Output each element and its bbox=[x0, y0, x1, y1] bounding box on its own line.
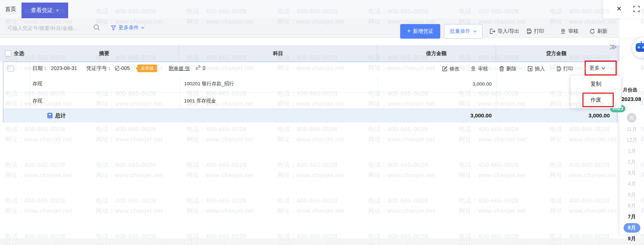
voucher-no-label: 凭证字号： bbox=[86, 65, 112, 72]
tab-view-voucher[interactable]: 查看凭证 × bbox=[22, 3, 68, 18]
watermark-phone: 电话：400-665-0028 bbox=[277, 197, 337, 205]
audit-button[interactable]: 审核 bbox=[560, 28, 578, 35]
month-panel: 月份选 2023.08 11月12月1月2月3月4月5月6月7月8月9月10月 bbox=[620, 39, 644, 234]
line-debit: 3,000.00 bbox=[472, 81, 492, 87]
watermark-phone: 电话：400-665-0028 bbox=[459, 125, 519, 133]
audit-label: 审核 bbox=[568, 28, 578, 35]
calculator-icon bbox=[47, 113, 53, 118]
voucher-actions: 修改审核删除插入打印 bbox=[442, 62, 573, 75]
month-item-1月[interactable]: 1月 bbox=[620, 146, 644, 157]
watermark-site: 网址：www.chanjet.net bbox=[277, 135, 344, 144]
watermark-phone: 电话：400-665-0028 bbox=[187, 125, 246, 133]
watermark-site: 网址：www.chanjet.net bbox=[277, 171, 344, 179]
month-item-12月[interactable]: 12月 bbox=[620, 135, 644, 146]
col-header-debit: 借方金额 bbox=[426, 50, 446, 57]
robot-head-icon bbox=[636, 43, 644, 52]
current-period: 2023.08 bbox=[621, 96, 641, 102]
line-summary: 存现 bbox=[32, 81, 42, 87]
watermark-phone: 电话：400-665-0028 bbox=[368, 125, 428, 133]
total-label: 总计 bbox=[55, 112, 66, 119]
tab-home[interactable]: 首页 bbox=[5, 6, 16, 13]
more-conditions-dropdown[interactable]: 更多条件 bbox=[111, 24, 145, 31]
voucher-line-row[interactable]: 存现100201 银行存款_招行3,000.00 bbox=[3, 75, 617, 92]
voucher-no-value: 记-005 bbox=[114, 65, 130, 72]
month-panel-title: 月份选 bbox=[623, 87, 637, 93]
more-dropdown-button[interactable]: 更多 bbox=[589, 65, 605, 71]
bottom-strip bbox=[0, 238, 644, 245]
voucher-line-row[interactable]: 存现1001 库存现金3,000.00 bbox=[3, 92, 617, 109]
col-header-summary: 摘要 bbox=[99, 50, 109, 57]
collapse-panel-icon[interactable]: ≫ bbox=[609, 42, 617, 51]
select-all-label: 全选 bbox=[14, 50, 24, 57]
month-item-7月[interactable]: 7月 bbox=[620, 211, 644, 222]
line-account: 1001 库存现金 bbox=[184, 98, 216, 104]
watermark-phone: 电话：400-665-0028 bbox=[550, 125, 609, 133]
more-label: 更多 bbox=[589, 65, 600, 71]
audit-stamp-icon bbox=[560, 28, 566, 34]
attachment-link[interactable]: 附单据 张 bbox=[169, 65, 190, 72]
watermark-phone: 电话：400-665-0028 bbox=[550, 197, 609, 205]
month-item-4月[interactable]: 4月 bbox=[620, 179, 644, 190]
line-summary: 存现 bbox=[32, 98, 42, 104]
window-controls: ✕ bbox=[603, 0, 644, 18]
删除-action-button[interactable]: 删除 bbox=[499, 66, 516, 72]
plus-icon: + bbox=[407, 27, 411, 35]
new-voucher-button[interactable]: + 新增凭证 bbox=[400, 24, 440, 39]
watermark-phone: 电话：400-665-0028 bbox=[550, 161, 609, 169]
total-row: 总计 3,000.00 3,000.00 bbox=[3, 109, 617, 122]
watermark-phone: 电话：400-665-0028 bbox=[277, 125, 337, 133]
month-item-3月[interactable]: 3月 bbox=[620, 168, 644, 179]
watermark-site: 网址：www.chanjet.net bbox=[459, 135, 526, 144]
batch-label: 批量操作 bbox=[450, 28, 471, 35]
watermark-site: 网址：www.chanjet.net bbox=[459, 207, 526, 215]
total-debit: 3,000.00 bbox=[471, 112, 492, 118]
month-item-9月[interactable]: 9月 bbox=[620, 233, 644, 244]
watermark-phone: 电话：400-665-0028 bbox=[5, 161, 65, 169]
fullscreen-icon[interactable] bbox=[633, 6, 640, 12]
print-button[interactable]: 打印 bbox=[526, 28, 544, 35]
import-export-button[interactable]: 导入/导出 bbox=[489, 28, 519, 35]
watermark-site: 网址：www.chanjet.net bbox=[5, 207, 72, 215]
tab-close-icon[interactable]: × bbox=[56, 8, 59, 13]
audit-icon bbox=[471, 66, 476, 71]
col-header-credit: 贷方金额 bbox=[546, 50, 566, 57]
link-count[interactable]: 0 bbox=[195, 65, 206, 70]
voucher-date-label: 日期： bbox=[32, 65, 48, 72]
voucher-checkbox[interactable] bbox=[8, 66, 14, 72]
close-icon[interactable]: ✕ bbox=[616, 5, 622, 13]
watermark-phone: 电话：400-665-0028 bbox=[5, 125, 65, 133]
watermark-phone: 电话：400-665-0028 bbox=[96, 125, 156, 133]
batch-operations-button[interactable]: 批量操作 bbox=[444, 24, 483, 39]
tab-bar: 首页 查看凭证 × bbox=[0, 0, 644, 18]
scroll-up-icon[interactable] bbox=[627, 113, 636, 122]
chevron-down-icon bbox=[601, 67, 605, 70]
watermark-phone: 电话：400-665-0028 bbox=[187, 197, 246, 205]
month-item-11月[interactable]: 11月 bbox=[620, 124, 644, 135]
search-input[interactable] bbox=[7, 23, 90, 33]
print-icon bbox=[556, 66, 561, 71]
menu-item-作废[interactable]: 作废 bbox=[571, 92, 621, 108]
table-header: 全选 摘要 科目 借方金额 贷方金额 bbox=[0, 45, 620, 62]
month-item-6月[interactable]: 6月 bbox=[620, 201, 644, 211]
watermark-phone: 电话：400-665-0028 bbox=[96, 197, 156, 205]
watermark-site: 网址：www.chanjet.net bbox=[96, 171, 163, 179]
watermark-site: 网址：www.chanjet.net bbox=[640, 18, 644, 26]
插入-action-button[interactable]: 插入 bbox=[527, 66, 545, 72]
month-item-5月[interactable]: 5月 bbox=[620, 190, 644, 201]
month-item-2月[interactable]: 2月 bbox=[620, 157, 644, 168]
watermark-phone: 电话：400-665-0028 bbox=[368, 161, 428, 169]
link-count-value: 0 bbox=[203, 65, 206, 70]
watermark-phone: 电话：400-665-0028 bbox=[187, 161, 246, 169]
refresh-button[interactable]: 刷新 bbox=[589, 28, 608, 35]
month-item-8月[interactable]: 8月 bbox=[620, 222, 644, 233]
watermark-site: 网址：www.chanjet.net bbox=[368, 171, 435, 179]
chevron-down-icon bbox=[141, 27, 145, 29]
more-conditions-label: 更多条件 bbox=[118, 24, 139, 31]
search-icon[interactable] bbox=[93, 24, 100, 31]
voucher-header-row: 日期： 2023-08-31 凭证字号： 记-005 未审核 附单据 张 0 修… bbox=[3, 62, 617, 75]
select-all-checkbox[interactable] bbox=[5, 50, 11, 57]
修改-action-button[interactable]: 修改 bbox=[442, 66, 460, 72]
打印-action-button[interactable]: 打印 bbox=[556, 66, 573, 72]
审核-action-button[interactable]: 审核 bbox=[471, 66, 488, 72]
menu-item-复制[interactable]: 复制 bbox=[571, 76, 621, 92]
